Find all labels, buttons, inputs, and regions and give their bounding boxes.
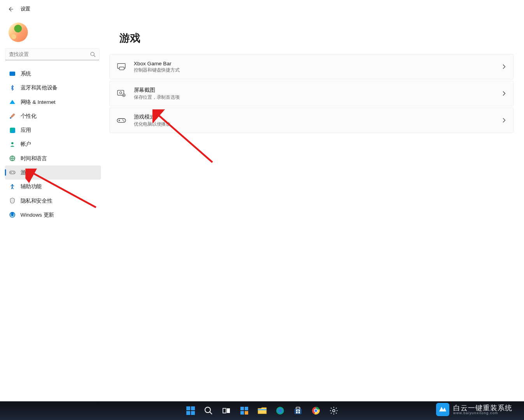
watermark-url-text: www.baiyunxitong.com — [453, 411, 512, 415]
system-icon — [9, 70, 16, 77]
search-box[interactable] — [5, 48, 100, 60]
search-input[interactable] — [9, 51, 90, 57]
svg-point-0 — [91, 52, 94, 56]
search-icon — [90, 51, 96, 57]
taskbar-task-view-button[interactable] — [219, 403, 234, 418]
taskbar-widgets-button[interactable] — [237, 403, 252, 418]
row-xbox-game-bar[interactable]: Xbox Game Bar 控制器和键盘快捷方式 — [109, 54, 513, 79]
sidebar-item-label: 个性化 — [21, 113, 37, 119]
capture-icon — [117, 89, 126, 98]
sidebar-item-network[interactable]: 网络 & Internet — [5, 95, 101, 109]
game-mode-icon — [117, 116, 126, 125]
row-title: 屏幕截图 — [134, 87, 501, 93]
chevron-right-icon — [501, 91, 506, 96]
sidebar-item-windows-update[interactable]: Windows 更新 — [5, 208, 101, 222]
svg-rect-34 — [298, 410, 300, 411]
nav-list: 系统 蓝牙和其他设备 网络 & Internet 个性化 应用 帐户 — [5, 66, 106, 222]
svg-point-6 — [14, 173, 14, 173]
sidebar-item-gaming[interactable]: 游戏 — [5, 165, 101, 179]
svg-rect-1 — [10, 117, 11, 119]
sidebar-item-label: 蓝牙和其他设备 — [21, 84, 58, 91]
avatar-icon — [9, 23, 28, 42]
svg-rect-26 — [245, 407, 248, 410]
sidebar-item-personalization[interactable]: 个性化 — [5, 109, 101, 123]
sidebar-item-label: 网络 & Internet — [21, 99, 56, 105]
gamepad-icon — [9, 169, 16, 175]
sidebar-item-label: 游戏 — [21, 169, 31, 176]
svg-point-2 — [11, 142, 13, 144]
main-content: 游戏 Xbox Game Bar 控制器和键盘快捷方式 屏幕截图 保存位置 — [106, 18, 524, 420]
shield-icon — [9, 198, 16, 204]
taskbar-store-button[interactable] — [290, 403, 306, 418]
svg-point-15 — [123, 121, 124, 121]
taskbar-search-button[interactable] — [201, 403, 216, 418]
taskbar-explorer-button[interactable] — [254, 403, 270, 418]
header-title: 设置 — [21, 6, 30, 12]
svg-line-47 — [331, 413, 331, 413]
svg-rect-29 — [258, 409, 266, 410]
svg-rect-20 — [186, 411, 190, 415]
svg-line-45 — [331, 408, 331, 409]
row-game-mode[interactable]: 游戏模式 优化电脑以便播放 — [109, 108, 513, 133]
chevron-right-icon — [501, 118, 506, 123]
page-title: 游戏 — [119, 31, 514, 46]
sidebar-item-label: Windows 更新 — [21, 212, 54, 218]
sidebar-item-privacy[interactable]: 隐私和安全性 — [5, 194, 101, 208]
back-arrow-icon — [8, 6, 14, 12]
apps-icon — [9, 127, 16, 133]
update-icon — [9, 212, 16, 218]
svg-rect-9 — [119, 67, 124, 70]
svg-rect-19 — [191, 406, 195, 410]
sidebar-item-label: 应用 — [21, 127, 31, 133]
back-button[interactable] — [6, 5, 15, 14]
svg-point-30 — [276, 407, 284, 415]
svg-point-39 — [314, 410, 317, 412]
sidebar-item-system[interactable]: 系统 — [5, 66, 101, 80]
sidebar-item-label: 辅助功能 — [21, 183, 42, 190]
row-subtitle: 保存位置，录制首选项 — [134, 94, 501, 100]
network-icon — [9, 99, 16, 105]
svg-rect-35 — [296, 412, 298, 413]
svg-line-46 — [336, 413, 336, 413]
svg-line-48 — [336, 408, 336, 409]
globe-icon — [9, 155, 16, 161]
svg-rect-31 — [294, 409, 301, 414]
row-title: Xbox Game Bar — [134, 60, 501, 66]
bluetooth-icon — [9, 85, 16, 91]
sidebar-item-accessibility[interactable]: 辅助功能 — [5, 180, 101, 194]
xbox-bar-icon — [117, 62, 126, 72]
taskbar-start-button[interactable] — [183, 403, 198, 418]
taskbar: 白云一键重装系统 www.baiyunxitong.com — [0, 401, 524, 420]
sidebar-item-label: 隐私和安全性 — [21, 197, 53, 204]
taskbar-edge-button[interactable] — [272, 403, 288, 418]
sidebar-item-label: 系统 — [21, 70, 31, 77]
sidebar-item-label: 时间和语言 — [21, 155, 47, 162]
taskbar-settings-button[interactable] — [326, 403, 342, 418]
svg-rect-24 — [227, 408, 230, 413]
user-avatar-block[interactable] — [5, 20, 106, 48]
svg-rect-23 — [223, 408, 226, 413]
svg-point-7 — [12, 184, 13, 186]
account-icon — [9, 141, 16, 147]
row-title: 游戏模式 — [134, 114, 501, 120]
watermark-main-text: 白云一键重装系统 — [453, 404, 512, 411]
sidebar-item-time-language[interactable]: 时间和语言 — [5, 151, 101, 165]
svg-point-5 — [13, 172, 14, 173]
svg-rect-25 — [240, 407, 244, 410]
accessibility-icon — [9, 184, 16, 190]
sidebar-item-accounts[interactable]: 帐户 — [5, 137, 101, 151]
svg-point-40 — [333, 410, 335, 412]
sidebar: 系统 蓝牙和其他设备 网络 & Internet 个性化 应用 帐户 — [0, 18, 106, 420]
row-captures[interactable]: 屏幕截图 保存位置，录制首选项 — [109, 81, 513, 106]
taskbar-chrome-button[interactable] — [308, 403, 324, 418]
watermark: 白云一键重装系统 www.baiyunxitong.com — [436, 403, 512, 416]
svg-rect-36 — [298, 412, 300, 413]
svg-rect-18 — [186, 406, 190, 410]
sidebar-item-apps[interactable]: 应用 — [5, 123, 101, 137]
row-subtitle: 优化电脑以便播放 — [134, 121, 501, 127]
svg-rect-33 — [296, 410, 298, 411]
sidebar-item-bluetooth[interactable]: 蓝牙和其他设备 — [5, 81, 101, 95]
svg-point-22 — [205, 407, 210, 413]
brush-icon — [9, 113, 16, 119]
sidebar-item-label: 帐户 — [21, 141, 31, 147]
